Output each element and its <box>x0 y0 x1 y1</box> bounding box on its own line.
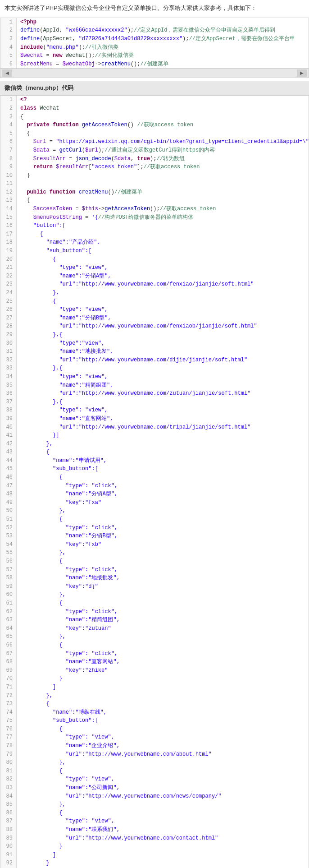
table-row: 27 "name":"分销B型", <box>0 314 309 323</box>
table-row: 17 { <box>0 230 309 239</box>
table-row: 52 "type": "click", <box>0 524 309 532</box>
table-row: 42 }, <box>0 440 309 448</box>
line-content: include("menu.php");//引入微信类 <box>17 43 309 52</box>
table-row: 5 $wechat = new Wechat();//实例化微信类 <box>0 51 309 60</box>
scroll-right-button[interactable]: ► <box>297 69 307 77</box>
table-row: 58 "name":"地接批发", <box>0 574 309 582</box>
line-number: 2 <box>0 26 17 35</box>
table-row: 65 }, <box>0 633 309 641</box>
table-row: 92 } <box>0 859 309 868</box>
table-row: 47 "type": "click", <box>0 482 309 490</box>
top-code-scroll[interactable]: 1 <?php 2 define(AppId, "wx666cae44xxxxx… <box>0 18 309 69</box>
line-content: define(AppSecret, "d77026a71d443a01d8229… <box>17 35 309 43</box>
main-code-content: 1 <? 2 class Wechat 3 { 4 private functi… <box>0 96 309 868</box>
table-row: 35 "name":"精简组团", <box>0 381 309 390</box>
line-number: 4 <box>0 43 17 52</box>
table-row: 45 "sub_button":[ <box>0 465 309 473</box>
table-row: 59 "key":"dj" <box>0 582 309 591</box>
line-number: 3 <box>0 35 17 43</box>
table-row: 53 "name":"分销B型", <box>0 532 309 540</box>
section-title: 微信类（menu.php）代码 <box>0 81 309 95</box>
table-row: 22 "name":"分销A型", <box>0 272 309 281</box>
table-row: 83 "name":"公司新闻", <box>0 784 309 792</box>
table-row: 13 { <box>0 196 309 205</box>
intro-text: 本文实例讲述了PHP实现微信公众号企业号自定义菜单接口。分享给大家供大家参考，具… <box>0 0 309 16</box>
table-row: 88 "name":"联系我们", <box>0 826 309 834</box>
table-row: 11 <box>0 180 309 188</box>
table-row: 32 "url":"http://www.yourwebname.com/dij… <box>0 356 309 365</box>
main-code-scroll[interactable]: 1 <? 2 class Wechat 3 { 4 private functi… <box>0 96 309 868</box>
table-row: 23 "url":"http://www.yourwebname.com/fen… <box>0 280 309 289</box>
table-row: 57 "type": "click", <box>0 566 309 574</box>
line-content: <?php <box>17 18 309 27</box>
table-row: 71 ] <box>0 683 309 692</box>
table-row: 18 "name":"产品介绍", <box>0 238 309 247</box>
section-title-text: 微信类（menu.php）代码 <box>5 84 73 91</box>
table-row: 78 "name":"企业介绍", <box>0 742 309 750</box>
table-row: 33 },{ <box>0 364 309 373</box>
table-row: 70 } <box>0 674 309 683</box>
table-row: 12 public function creatMenu()//创建菜单 <box>0 188 309 197</box>
table-row: 84 "url":"http://www.yourwebname.com/new… <box>0 792 309 801</box>
table-row: 62 "type": "click", <box>0 608 309 616</box>
table-row: 41 }] <box>0 431 309 440</box>
table-row: 89 "url":"http://www.yourwebname.com/con… <box>0 834 309 843</box>
table-row: 28 "url":"http://www.yourwebname.com/fen… <box>0 322 309 331</box>
line-content: define(AppId, "wx666cae44xxxxxx2");//定义A… <box>17 26 309 35</box>
top-code-block: 1 <?php 2 define(AppId, "wx666cae44xxxxx… <box>0 18 309 78</box>
table-row: 5 { <box>0 129 309 138</box>
table-row: 3 define(AppSecret, "d77026a71d443a01d82… <box>0 35 309 43</box>
table-row: 34 "type": "view", <box>0 373 309 381</box>
table-row: 2 class Wechat <box>0 104 309 113</box>
table-row: 1 <? <box>0 96 309 104</box>
table-row: 55 }, <box>0 549 309 557</box>
line-content: $creatMenu = $wechatObj->creatMenu();//创… <box>17 60 309 69</box>
table-row: 43 { <box>0 448 309 457</box>
table-row: 44 "name":"申请试用", <box>0 457 309 465</box>
table-row: 66 { <box>0 641 309 650</box>
table-row: 4 include("menu.php");//引入微信类 <box>0 43 309 52</box>
table-row: 40 "url":"http://www.yourwebname.com/tri… <box>0 423 309 432</box>
table-row: 76 { <box>0 725 309 734</box>
table-row: 73 { <box>0 700 309 708</box>
table-row: 6 $url = "https://api.weixin.qq.com/cgi-… <box>0 138 309 146</box>
table-row: 39 "name":"直客网站", <box>0 415 309 423</box>
table-row: 54 "key":"fxb" <box>0 540 309 549</box>
table-row: 63 "name":"精简组团", <box>0 616 309 624</box>
table-row: 49 "key":"fxa" <box>0 499 309 507</box>
table-row: 87 "type": "view", <box>0 817 309 826</box>
table-row: 15 $menuPostString = '{//构造POST给微信服务器的菜单… <box>0 213 309 222</box>
table-row: 31 "name":"地接批发", <box>0 347 309 356</box>
table-row: 26 "type": "view", <box>0 305 309 314</box>
intro-paragraph: 本文实例讲述了PHP实现微信公众号企业号自定义菜单接口。分享给大家供大家参考，具… <box>5 5 257 11</box>
main-code-block: 1 <? 2 class Wechat 3 { 4 private functi… <box>0 95 309 868</box>
table-row: 16 "button":[ <box>0 222 309 230</box>
table-row: 37 },{ <box>0 398 309 406</box>
table-row: 67 "type": "click", <box>0 650 309 658</box>
table-row: 75 "sub_button":[ <box>0 716 309 725</box>
line-number: 1 <box>0 18 17 27</box>
table-row: 9 return $resultArr["access_token"];//获取… <box>0 163 309 171</box>
table-row: 10 } <box>0 171 309 180</box>
table-row: 29 },{ <box>0 331 309 339</box>
table-row: 25 { <box>0 297 309 306</box>
line-content: $wechat = new Wechat();//实例化微信类 <box>17 51 309 60</box>
table-row: 81 { <box>0 767 309 776</box>
table-row: 82 "type": "view", <box>0 775 309 784</box>
table-row: 60 }, <box>0 591 309 599</box>
line-number: 6 <box>0 60 17 69</box>
table-row: 77 "type": "view", <box>0 733 309 742</box>
table-row: 72 }, <box>0 692 309 700</box>
scroll-left-button[interactable]: ◄ <box>2 69 12 77</box>
table-row: 68 "name":"直客网站", <box>0 658 309 666</box>
table-row: 91 ] <box>0 851 309 859</box>
table-row: 64 "key":"zutuan" <box>0 624 309 633</box>
table-row: 80 }, <box>0 758 309 767</box>
table-row: 61 { <box>0 599 309 608</box>
table-row: 19 "sub_button":[ <box>0 247 309 255</box>
table-row: 56 { <box>0 557 309 566</box>
table-row: 79 "url":"http://www.yourwebname.com/abo… <box>0 750 309 759</box>
table-row: 46 { <box>0 473 309 482</box>
table-row: 90 } <box>0 842 309 851</box>
table-row: 48 "name":"分销A型", <box>0 490 309 499</box>
